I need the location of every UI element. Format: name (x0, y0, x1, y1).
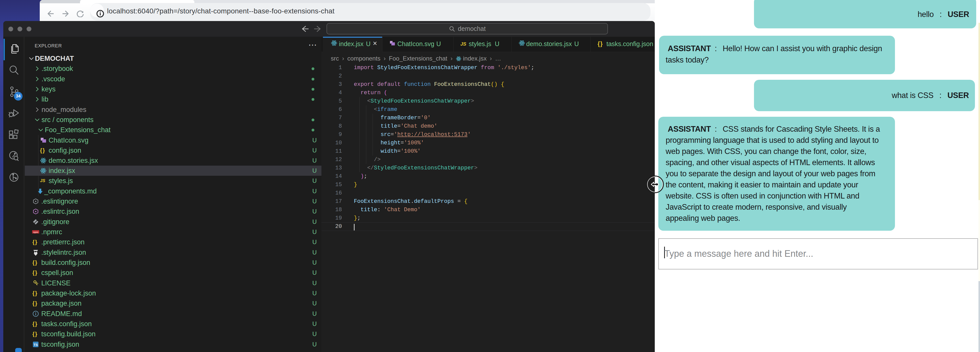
svg-text:npm: npm (33, 231, 38, 234)
svg-text:TS: TS (33, 343, 38, 347)
